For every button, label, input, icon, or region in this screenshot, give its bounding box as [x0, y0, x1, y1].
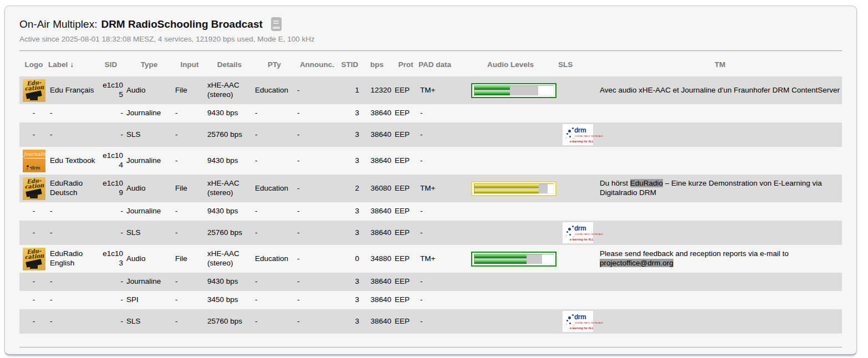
- drm-tagline-text: DIGITAL RADIO MONDIALE: [575, 321, 603, 324]
- cell-logo: Edu- cation: [19, 76, 48, 104]
- cell-levels: [463, 291, 558, 309]
- cell-stid: 3: [339, 273, 361, 291]
- cell-pad: -: [418, 147, 463, 175]
- drm-elearning-text: e-learning for ALL: [570, 140, 594, 143]
- column-header-sls[interactable]: SLS: [558, 52, 598, 76]
- cell-stid: 3: [339, 122, 361, 147]
- column-header-pty[interactable]: PTy: [253, 52, 295, 76]
- cell-input: -: [173, 147, 206, 175]
- cell-announc: -: [295, 76, 339, 104]
- column-header-label: TM: [714, 60, 726, 69]
- column-header-label: Announc.: [300, 60, 334, 69]
- cell-label: -: [48, 273, 97, 291]
- table-row: ---SPI-3450 bps--338640EEP-: [19, 291, 842, 309]
- journaline-drm-dots-icon: [27, 165, 29, 167]
- cell-input: -: [173, 291, 206, 309]
- cell-logo: Edu- cation: [19, 175, 48, 202]
- cell-stid: 3: [339, 104, 361, 122]
- sorting-hint: Click on a table column header to sort a…: [19, 352, 842, 355]
- cell-type: Audio: [125, 175, 173, 202]
- column-header-tm[interactable]: TM: [598, 52, 842, 76]
- cell-sls: drmDIGITAL RADIO MONDIALEe-learning for …: [558, 122, 598, 147]
- cell-logo: -: [19, 202, 48, 221]
- cell-announc: -: [295, 104, 339, 122]
- column-header-stid[interactable]: STID: [339, 52, 361, 76]
- column-header-label: PAD data: [418, 60, 451, 69]
- cell-levels: [463, 221, 558, 245]
- column-header-label[interactable]: Label↓: [48, 52, 97, 76]
- cell-label: Edu Textbook: [48, 147, 97, 175]
- education-logo: Edu- cation: [23, 177, 45, 200]
- cell-tm: [598, 309, 842, 334]
- multiplex-status-line: Active since 2025-08-01 18:32:08 MESZ, 4…: [19, 35, 842, 43]
- journaline-drm-text: drm: [31, 165, 40, 171]
- education-logo: Edu- cation: [23, 248, 45, 270]
- tm-text: Please send feedback and reception repor…: [600, 249, 789, 258]
- column-header-levels[interactable]: Audio Levels: [463, 52, 558, 76]
- column-header-label: bps: [370, 60, 384, 69]
- cell-sls: drmDIGITAL RADIO MONDIALEe-learning for …: [558, 221, 598, 245]
- cell-levels: [463, 122, 558, 147]
- cell-bps: 34880: [361, 245, 393, 273]
- audio-level-meter: [471, 181, 556, 196]
- table-row: JournalinedrmEdu Textbooke1c104Journalin…: [19, 147, 842, 175]
- column-header-label: Label: [48, 60, 68, 69]
- cell-stid: 1: [339, 76, 361, 104]
- cell-type: SLS: [125, 309, 173, 334]
- cell-details: 25760 bps: [206, 122, 253, 147]
- cell-tm: Please send feedback and reception repor…: [598, 245, 842, 273]
- audio-level-track: [474, 183, 554, 194]
- audio-level-bars: [474, 86, 553, 95]
- multiplex-log-icon[interactable]: [271, 17, 282, 31]
- column-header-label: Type: [141, 60, 158, 69]
- cell-details: xHE-AAC (stereo): [206, 76, 253, 104]
- column-header-pad[interactable]: PAD data: [418, 52, 463, 76]
- cell-type: SLS: [125, 221, 173, 245]
- cell-sid: -: [97, 202, 125, 221]
- services-table: LogoLabel↓SIDTypeInputDetailsPTyAnnounc.…: [19, 52, 842, 334]
- cell-logo: -: [19, 122, 48, 147]
- column-header-type[interactable]: Type: [125, 52, 173, 76]
- cell-stid: 3: [339, 202, 361, 221]
- cell-prot: EEP: [393, 76, 418, 104]
- column-header-sid[interactable]: SID: [97, 52, 125, 76]
- cell-prot: EEP: [393, 202, 418, 221]
- column-header-announc[interactable]: Announc.: [295, 52, 339, 76]
- audio-level-bar: [474, 91, 510, 95]
- column-header-logo[interactable]: Logo: [19, 52, 48, 76]
- audio-level-bars: [474, 184, 553, 193]
- cell-details: 9430 bps: [206, 104, 253, 122]
- column-header-prot[interactable]: Prot: [393, 52, 418, 76]
- cell-details: 3450 bps: [206, 291, 253, 309]
- cell-details: 25760 bps: [206, 221, 253, 245]
- cell-stid: 3: [339, 221, 361, 245]
- table-row: Edu- cationEdu Française1c105AudioFilexH…: [19, 76, 842, 104]
- column-header-input[interactable]: Input: [173, 52, 206, 76]
- cell-prot: EEP: [393, 175, 418, 202]
- cell-type: Audio: [125, 76, 173, 104]
- column-header-details[interactable]: Details: [206, 52, 253, 76]
- drm-brand-text: drm: [574, 313, 586, 321]
- cell-details: 9430 bps: [206, 273, 253, 291]
- cell-bps: 38640: [361, 147, 393, 175]
- cell-stid: 3: [339, 309, 361, 334]
- multiplex-panel: On-Air Multiplex: DRM RadioSchooling Bro…: [4, 6, 857, 355]
- cell-bps: 38640: [361, 291, 393, 309]
- cell-bps: 12320: [361, 76, 393, 104]
- cell-prot: EEP: [393, 221, 418, 245]
- cell-sls: [558, 273, 598, 291]
- drm-tagline-text: DIGITAL RADIO MONDIALE: [575, 233, 603, 236]
- cell-tm: [598, 291, 842, 309]
- drm-dots-icon: [568, 228, 571, 231]
- cell-label: -: [48, 291, 97, 309]
- cell-pad: -: [418, 221, 463, 245]
- drm-brand-text: drm: [574, 224, 586, 233]
- cell-tm: Du hörst EduRadio – Eine kurze Demonstra…: [598, 175, 842, 202]
- page-title: DRM RadioSchooling Broadcast: [101, 18, 262, 30]
- column-header-bps[interactable]: bps: [361, 52, 393, 76]
- footer-divider: [19, 347, 842, 347]
- cell-pad: -: [418, 104, 463, 122]
- cell-levels: [463, 309, 558, 334]
- cell-label: -: [48, 122, 97, 147]
- page-title-row: On-Air Multiplex: DRM RadioSchooling Bro…: [19, 17, 842, 31]
